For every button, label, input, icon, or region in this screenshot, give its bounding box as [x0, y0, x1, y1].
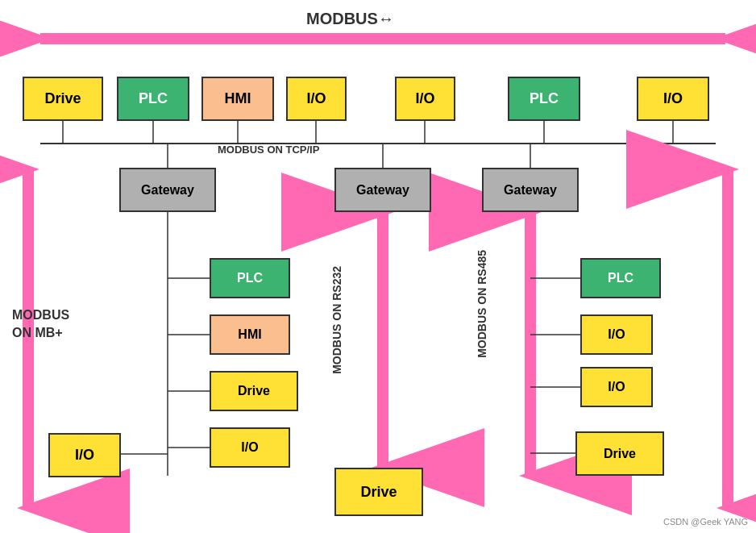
- modbus-rs485-label: MODBUS ON RS485: [476, 250, 488, 358]
- plc-mid1-box: PLC: [210, 258, 290, 298]
- io-right2-box: I/O: [580, 367, 653, 407]
- watermark: CSDN @Geek YANG: [663, 517, 748, 527]
- gateway3-box: Gateway: [482, 168, 579, 212]
- modbus-top-label: MODBUS↔: [306, 10, 394, 28]
- modbus-mb-label: MODBUSON MB+: [12, 306, 69, 343]
- plc-right-box: PLC: [580, 258, 661, 298]
- io-top2-box: I/O: [395, 77, 455, 121]
- modbus-tcp-label: MODBUS ON TCP/IP: [218, 144, 319, 156]
- modbus-rs232-label: MODBUS ON RS232: [330, 266, 343, 374]
- hmi-mid-box: HMI: [210, 314, 290, 355]
- diagram: MODBUS↔ MODBUS ON TCP/IP MODBUSON MB+ MO…: [0, 0, 756, 533]
- io-right1-box: I/O: [580, 314, 653, 355]
- io-bottom-left-box: I/O: [48, 433, 121, 477]
- io-mid-box: I/O: [210, 427, 290, 468]
- drive-mid-box: Drive: [210, 371, 298, 411]
- drive-right-box: Drive: [575, 431, 664, 476]
- plc-top1-box: PLC: [117, 77, 189, 121]
- drive-top-box: Drive: [23, 77, 103, 121]
- drive-bottom-mid-box: Drive: [334, 468, 423, 516]
- hmi-top-box: HMI: [201, 77, 274, 121]
- io-top3-box: I/O: [637, 77, 709, 121]
- plc-top2-box: PLC: [508, 77, 580, 121]
- gateway2-box: Gateway: [334, 168, 431, 212]
- io-top1-box: I/O: [286, 77, 347, 121]
- gateway1-box: Gateway: [119, 168, 216, 212]
